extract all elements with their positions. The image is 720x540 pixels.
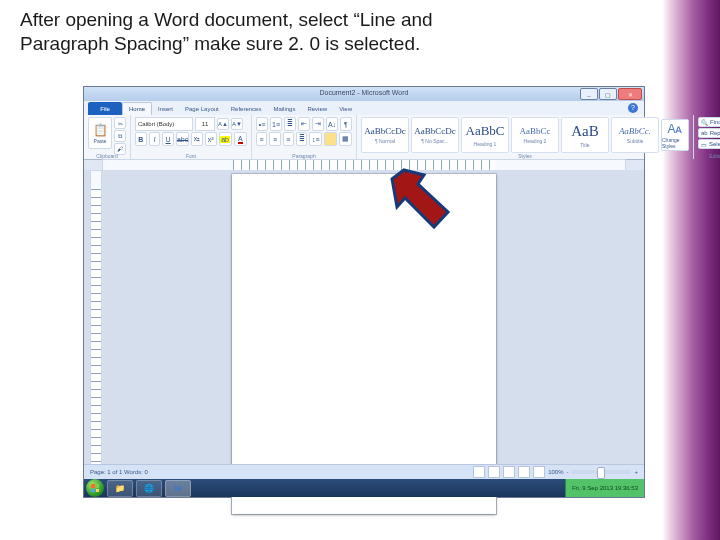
superscript-icon: x² (208, 136, 214, 143)
superscript-button[interactable]: x² (205, 132, 217, 146)
maximize-icon: ▢ (605, 91, 611, 98)
multilevel-button[interactable]: ≣ (284, 117, 296, 131)
numbering-button[interactable]: 1≡ (270, 117, 282, 131)
view-draft-button[interactable] (533, 466, 545, 478)
tab-view[interactable]: View (333, 103, 358, 115)
taskbar-explorer-button[interactable]: 📁 (107, 480, 133, 497)
taskbar-browser-button[interactable]: 🌐 (136, 480, 162, 497)
copy-button[interactable]: ⧉ (114, 130, 126, 142)
zoom-in-button[interactable]: + (634, 469, 638, 475)
style-heading2[interactable]: AaBbCc Heading 2 (511, 117, 559, 153)
pilcrow-icon: ¶ (344, 121, 348, 128)
window-title: Document2 - Microsoft Word (84, 87, 644, 96)
tab-mailings[interactable]: Mailings (267, 103, 301, 115)
grow-font-button[interactable]: A▲ (217, 118, 229, 130)
underline-button[interactable]: U (162, 132, 174, 146)
tab-review[interactable]: Review (301, 103, 333, 115)
decrease-indent-icon: ⇤ (301, 120, 307, 128)
paste-button[interactable]: 📋 Paste (88, 117, 112, 149)
select-button[interactable]: ▭Select (698, 139, 720, 149)
align-left-button[interactable]: ≡ (256, 132, 267, 146)
bullets-icon: •≡ (259, 121, 266, 128)
style-heading1[interactable]: AaBbC Heading 1 (461, 117, 509, 153)
view-outline-button[interactable] (518, 466, 530, 478)
word-status-bar: Page: 1 of 1 Words: 0 100% - + (84, 464, 644, 479)
windows-taskbar: 📁 🌐 W Fri, 9 Sep 2013 19:36:53 (84, 479, 644, 497)
ribbon: 📋 Paste ✂ ⧉ 🖌 Clipboard Calibri (Body) 1… (84, 115, 644, 160)
zoom-thumb-icon (597, 467, 605, 479)
shading-button[interactable] (324, 132, 337, 146)
sort-button[interactable]: A↓ (326, 117, 338, 131)
minimize-icon: _ (587, 91, 590, 97)
start-button[interactable] (86, 479, 104, 497)
highlight-button[interactable]: ab (219, 132, 232, 146)
view-full-screen-button[interactable] (488, 466, 500, 478)
view-print-layout-button[interactable] (473, 466, 485, 478)
subscript-button[interactable]: x₂ (191, 132, 203, 146)
group-paragraph: •≡ 1≡ ≣ ⇤ ⇥ A↓ ¶ ≡ ≡ ≡ ≣ ↕≡ ▦ Para (252, 115, 357, 159)
increase-indent-icon: ⇥ (315, 120, 321, 128)
tab-home[interactable]: Home (122, 102, 152, 116)
tray-datetime: Fri, 9 Sep 2013 19:36:53 (572, 485, 638, 491)
tab-file[interactable]: File (88, 102, 122, 115)
line-spacing-icon: ↕≡ (312, 136, 320, 143)
view-web-layout-button[interactable] (503, 466, 515, 478)
tab-page-layout[interactable]: Page Layout (179, 103, 225, 115)
line-spacing-button[interactable]: ↕≡ (309, 132, 322, 146)
slide-accent (662, 0, 720, 540)
style-subtitle[interactable]: AaBbCc. Subtitle (611, 117, 659, 153)
justify-button[interactable]: ≣ (296, 132, 307, 146)
zoom-out-button[interactable]: - (566, 469, 568, 475)
borders-button[interactable]: ▦ (339, 132, 352, 146)
zoom-slider[interactable] (571, 470, 631, 474)
subscript-icon: x₂ (194, 135, 201, 143)
multilevel-icon: ≣ (287, 120, 293, 128)
show-marks-button[interactable]: ¶ (340, 117, 352, 131)
increase-indent-button[interactable]: ⇥ (312, 117, 324, 131)
strike-icon: abc (177, 136, 188, 143)
cut-button[interactable]: ✂ (114, 117, 126, 129)
vertical-ruler[interactable] (90, 170, 102, 467)
taskbar-word-button[interactable]: W (165, 480, 191, 497)
change-styles-button[interactable]: Aᴀ Change Styles (661, 119, 689, 151)
window-titlebar: Document2 - Microsoft Word _ ▢ ✕ (84, 87, 644, 101)
bold-button[interactable]: B (135, 132, 147, 146)
decrease-indent-button[interactable]: ⇤ (298, 117, 310, 131)
style-normal[interactable]: AaBbCcDc ¶ Normal (361, 117, 409, 153)
ribbon-tabs: File Home Insert Page Layout References … (84, 101, 644, 116)
find-button[interactable]: 🔍Find (698, 117, 720, 127)
sort-icon: A↓ (328, 121, 336, 128)
italic-button[interactable]: I (149, 132, 161, 146)
style-no-spacing[interactable]: AaBbCcDc ¶ No Spac... (411, 117, 459, 153)
style-title[interactable]: AaB Title (561, 117, 609, 153)
window-minimize-button[interactable]: _ (580, 88, 598, 100)
align-center-button[interactable]: ≡ (269, 132, 280, 146)
zoom-level[interactable]: 100% (548, 469, 563, 475)
font-size-dropdown[interactable]: 11 (195, 117, 215, 131)
change-styles-icon: Aᴀ (667, 122, 682, 136)
help-icon[interactable]: ? (628, 103, 638, 113)
group-font: Calibri (Body) 11 A▲ A▼ B I U abc x₂ x² … (131, 115, 252, 159)
tab-insert[interactable]: Insert (152, 103, 179, 115)
shrink-font-button[interactable]: A▼ (231, 118, 243, 130)
document-page[interactable] (232, 174, 496, 514)
font-name-dropdown[interactable]: Calibri (Body) (135, 117, 193, 131)
tab-references[interactable]: References (225, 103, 268, 115)
replace-button[interactable]: abReplace (698, 128, 720, 138)
font-color-button[interactable]: A (234, 132, 247, 146)
underline-icon: U (166, 136, 171, 143)
strike-button[interactable]: abc (176, 132, 189, 146)
window-close-button[interactable]: ✕ (618, 88, 642, 100)
align-left-icon: ≡ (260, 136, 264, 143)
justify-icon: ≣ (299, 135, 305, 143)
numbering-icon: 1≡ (272, 121, 280, 128)
borders-icon: ▦ (342, 135, 349, 143)
bullets-button[interactable]: •≡ (256, 117, 268, 131)
system-tray[interactable]: Fri, 9 Sep 2013 19:36:53 (565, 479, 644, 497)
shrink-font-icon: A▼ (232, 121, 242, 127)
align-right-button[interactable]: ≡ (283, 132, 294, 146)
window-maximize-button[interactable]: ▢ (599, 88, 617, 100)
paste-icon: 📋 (93, 123, 108, 137)
align-right-icon: ≡ (286, 136, 290, 143)
select-icon: ▭ (701, 141, 707, 148)
